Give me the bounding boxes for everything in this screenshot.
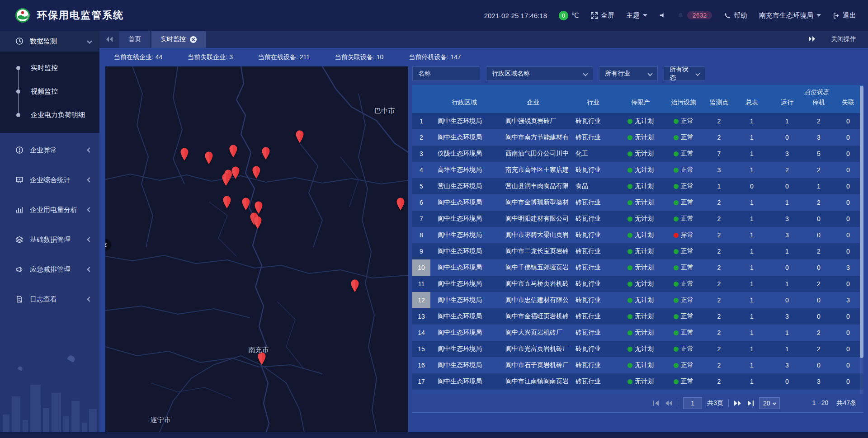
tabs-scroll-left-button[interactable] — [99, 31, 119, 48]
city-label: 巴中市 — [375, 107, 395, 115]
sidebar-group-2: 企业综合统计 — [0, 167, 99, 193]
table-scrollbar[interactable] — [860, 85, 863, 394]
page-size-select[interactable]: 20 — [759, 397, 780, 409]
monitor-points-cell: 3 — [704, 162, 734, 178]
status-select[interactable]: 所有状态 — [664, 66, 705, 81]
scrollbar-thumb[interactable] — [860, 86, 863, 358]
total-meters-cell: 1 — [734, 276, 769, 292]
chevron-down-icon — [695, 71, 700, 76]
row-number-cell: 2 — [412, 129, 430, 146]
production-status-cell: 无计划 — [618, 276, 663, 292]
table-row[interactable]: 10阆中生态环境局阆中千佛镇五郎垭页岩砖瓦行业无计划正常21003 — [412, 259, 863, 276]
running-count-cell: 3 — [769, 308, 805, 325]
tab-close-icon[interactable] — [190, 36, 197, 43]
table-row[interactable]: 7阆中生态环境局阆中明阳建材有限公司砖瓦行业无计划正常21300 — [412, 211, 863, 227]
sidebar-item[interactable]: 企业综合统计 — [0, 167, 99, 193]
logout-button[interactable]: 退出 — [833, 11, 856, 20]
industry-cell: 砖瓦行业 — [568, 227, 618, 243]
lost-count-cell: 0 — [833, 341, 863, 357]
map-pin-icon[interactable] — [261, 146, 271, 160]
map-pin-icon[interactable] — [204, 151, 214, 165]
table-row[interactable]: 15阆中生态环境局阆中市光富页岩机砖厂砖瓦行业无计划正常21120 — [412, 341, 863, 357]
map-pin-icon[interactable] — [253, 216, 263, 229]
industry-select[interactable]: 所有行业 — [599, 66, 658, 81]
map-pin-icon[interactable] — [228, 144, 238, 158]
table-row[interactable]: 17阆中生态环境局阆中市江南镇阆南页岩砖瓦行业无计划正常21030 — [412, 373, 863, 390]
map-pin-icon[interactable] — [251, 165, 261, 179]
facility-status-cell: 正常 — [663, 357, 704, 373]
sidebar-item[interactable]: 企业异常 — [0, 137, 99, 163]
tab-实时监控[interactable]: 实时监控 — [151, 31, 206, 48]
help-button[interactable]: 帮助 — [724, 11, 747, 20]
stopped-count-cell: 0 — [805, 292, 833, 308]
map-pin-icon[interactable] — [231, 166, 241, 179]
company-cell: 阆中市江南镇阆南页岩 — [498, 373, 568, 390]
chevron-left-icon — [87, 237, 92, 242]
prev-page-button[interactable] — [665, 400, 673, 406]
map-pin-icon[interactable] — [221, 173, 231, 186]
production-status-label: 无计划 — [635, 296, 654, 304]
sidebar-item[interactable]: 基础数据管理 — [0, 227, 99, 252]
sidebar-subitem[interactable]: 企业电力负荷明细 — [0, 103, 99, 127]
stat-item: 当前失联设备: 10 — [335, 53, 383, 61]
tabs-scroll-right-button[interactable] — [808, 36, 816, 43]
table-row[interactable]: 5营山生态环境局营山县润丰肉食品有限食品无计划正常10010 — [412, 178, 863, 194]
map-panel[interactable]: 巴中市南充市遂宁市 — [105, 66, 408, 432]
sidebar-item[interactable]: 数据监测 — [0, 31, 99, 52]
table-row[interactable]: 1阆中生态环境局阆中强锐页岩砖厂砖瓦行业无计划正常21120 — [412, 113, 863, 129]
table-row[interactable]: 16阆中生态环境局阆中市石子页岩机砖厂砖瓦行业无计划正常21300 — [412, 357, 863, 373]
sidebar-item[interactable]: 日志查看 — [0, 287, 99, 312]
production-status-cell: 无计划 — [618, 129, 663, 146]
theme-dropdown[interactable]: 主题 — [626, 11, 647, 20]
row-number-cell: 17 — [412, 373, 430, 390]
production-status-cell: 无计划 — [618, 357, 663, 373]
tab-首页[interactable]: 首页 — [119, 31, 150, 48]
sidebar-item[interactable]: 企业用电量分析 — [0, 197, 99, 222]
chevron-down-icon — [816, 14, 821, 17]
table-row[interactable]: 18南部生态环境局南部县砖瓦水泥有限公建材加工无计划正常50050 — [412, 390, 863, 394]
notification-widget[interactable]: 2632 — [677, 11, 712, 19]
sidebar-subitem[interactable]: 实时监控 — [0, 56, 99, 80]
stopped-count-cell: 0 — [805, 211, 833, 227]
industry-cell: 砖瓦行业 — [568, 113, 618, 129]
sidebar-item-label: 企业用电量分析 — [30, 206, 77, 214]
status-dot-icon — [627, 314, 632, 319]
first-page-button[interactable] — [652, 400, 660, 406]
map-pin-icon[interactable] — [222, 195, 232, 209]
mute-speaker-button[interactable] — [659, 12, 665, 19]
fullscreen-button[interactable]: 全屏 — [591, 11, 614, 20]
row-number-cell: 8 — [412, 227, 430, 243]
name-search-input[interactable]: 名称 — [412, 66, 480, 81]
production-status-cell: 无计划 — [618, 162, 663, 178]
table-row[interactable]: 12阆中生态环境局阆中市忠信建材有限公砖瓦行业无计划正常21003 — [412, 292, 863, 308]
stopped-count-cell: 0 — [805, 227, 833, 243]
map-pin-icon[interactable] — [241, 197, 251, 211]
table-row[interactable]: 13阆中生态环境局阆中市金福旺页岩机砖砖瓦行业无计划正常21300 — [412, 308, 863, 325]
table-row[interactable]: 4高坪生态环境局南充市高坪区王家店建砖瓦行业无计划正常31220 — [412, 162, 863, 178]
sidebar-subitem[interactable]: 视频监控 — [0, 80, 99, 103]
map-pin-icon[interactable] — [295, 130, 305, 143]
next-page-button[interactable] — [734, 400, 742, 406]
row-number-cell: 12 — [412, 292, 430, 308]
map-pin-icon[interactable] — [396, 197, 406, 211]
map-pin-icon[interactable] — [350, 279, 360, 292]
table-row[interactable]: 9阆中生态环境局阆中市二龙长宝页岩砖砖瓦行业无计划正常21120 — [412, 243, 863, 259]
sidebar-item[interactable]: 应急减排管理 — [0, 257, 99, 282]
page-input[interactable]: 1 — [683, 397, 702, 409]
table-row[interactable]: 8阆中生态环境局阆中市枣碧大梁山页岩砖瓦行业无计划异常21300 — [412, 227, 863, 243]
last-page-button[interactable] — [747, 400, 754, 406]
table-row[interactable]: 3仪陇生态环境局西南油气田分公司川中化工无计划正常71350 — [412, 146, 863, 162]
table-row[interactable]: 6阆中生态环境局阆中市金博瑞新型墙材砖瓦行业无计划正常21120 — [412, 194, 863, 211]
table-row[interactable]: 14阆中生态环境局阆中大兴页岩机砖厂砖瓦行业无计划正常21120 — [412, 325, 863, 341]
region-select[interactable]: 行政区域名称 — [486, 66, 593, 81]
facility-status-label: 正常 — [681, 280, 693, 288]
monitor-points-cell: 2 — [704, 357, 734, 373]
monitor-points-cell: 7 — [704, 146, 734, 162]
org-dropdown[interactable]: 南充市生态环境局 — [759, 11, 821, 20]
sidebar-item-label: 应急减排管理 — [30, 265, 71, 274]
map-pin-icon[interactable] — [179, 147, 189, 161]
region-cell: 高坪生态环境局 — [430, 162, 498, 178]
table-row[interactable]: 2阆中生态环境局阆中市南方节能建材有砖瓦行业无计划正常21030 — [412, 129, 863, 146]
table-row[interactable]: 11阆中生态环境局阆中市五马桥页岩机砖砖瓦行业无计划正常21120 — [412, 276, 863, 292]
close-operations-button[interactable]: 关闭操作 — [831, 35, 856, 43]
